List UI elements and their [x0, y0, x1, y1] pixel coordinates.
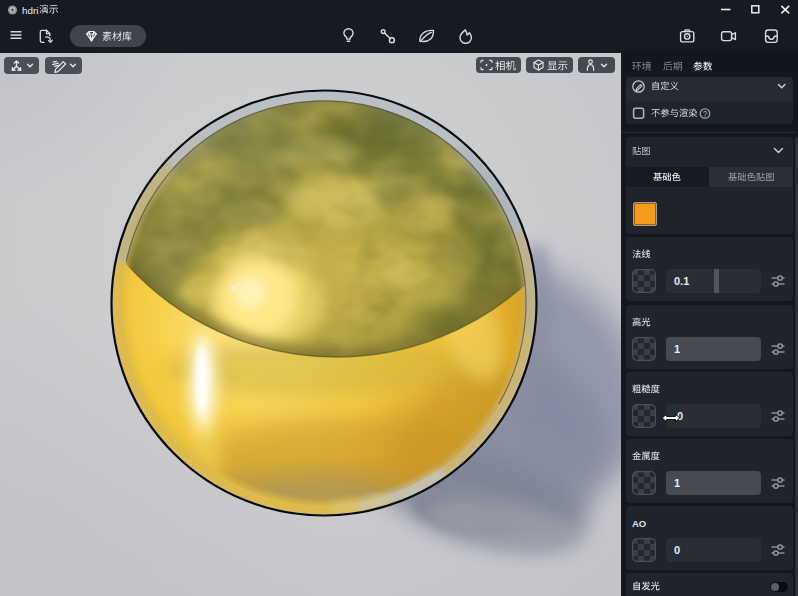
svg-text:?: ? — [703, 110, 708, 119]
